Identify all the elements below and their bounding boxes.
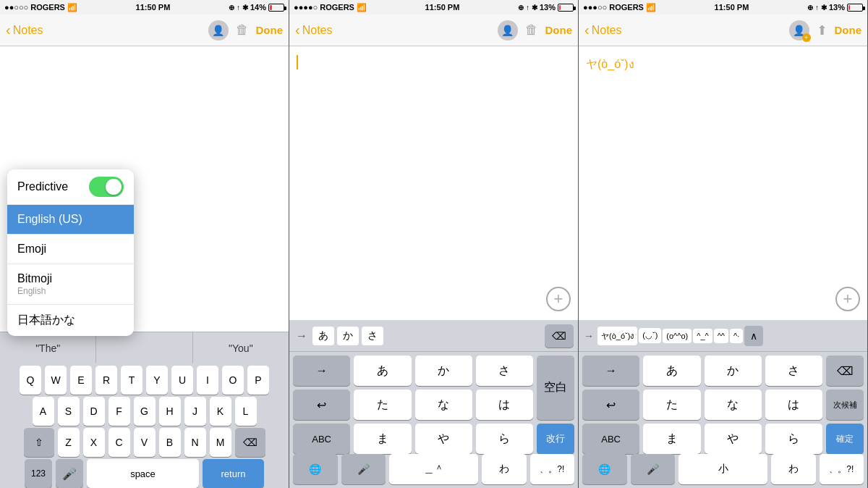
plus-button-3[interactable]: + bbox=[835, 287, 860, 311]
jp-ta-3[interactable]: た bbox=[643, 390, 700, 420]
jp-wa-2[interactable]: わ bbox=[482, 454, 527, 484]
jp-wa-3[interactable]: わ bbox=[771, 454, 816, 484]
key-i[interactable]: I bbox=[197, 366, 218, 395]
key-o[interactable]: O bbox=[222, 366, 244, 395]
jp-abc-3[interactable]: ABC bbox=[582, 424, 639, 454]
key-h[interactable]: H bbox=[159, 397, 181, 426]
jp-ta-2[interactable]: た bbox=[354, 390, 411, 420]
jp-na-3[interactable]: な bbox=[705, 390, 762, 420]
key-p[interactable]: P bbox=[247, 366, 269, 395]
pred-word-2[interactable] bbox=[96, 332, 192, 363]
avatar-icon-3[interactable]: 👤 + bbox=[789, 20, 809, 41]
done-button-1[interactable]: Done bbox=[256, 24, 284, 36]
jp-delete-pred-2[interactable]: ⌫ bbox=[545, 324, 574, 348]
jp-mic-3[interactable]: 🎤 bbox=[631, 454, 676, 484]
kaomoji-6-3[interactable]: ^· bbox=[730, 329, 743, 343]
key-t[interactable]: T bbox=[121, 366, 142, 395]
note-area-2[interactable]: + bbox=[289, 46, 578, 320]
jp-globe-2[interactable]: 🌐 bbox=[293, 454, 338, 484]
key-w[interactable]: W bbox=[45, 366, 67, 395]
jp-return-2[interactable]: ↩ bbox=[293, 390, 350, 420]
plus-button-2[interactable]: + bbox=[546, 287, 571, 311]
jp-ka-2[interactable]: か bbox=[415, 356, 472, 386]
back-button-1[interactable]: ‹ Notes bbox=[6, 22, 43, 38]
kaomoji-1-3[interactable]: ヤ(ò_óˇ)ง bbox=[597, 327, 637, 345]
jp-underscore-2[interactable]: ＿＾ bbox=[389, 454, 478, 484]
key-l[interactable]: L bbox=[235, 397, 257, 426]
share-icon-3[interactable]: ⬆ bbox=[817, 22, 827, 38]
language-japanese[interactable]: 日本語かな bbox=[7, 305, 134, 336]
key-a[interactable]: A bbox=[33, 397, 54, 426]
key-j[interactable]: J bbox=[184, 397, 206, 426]
jp-ka-3[interactable]: か bbox=[705, 356, 762, 386]
key-shift[interactable]: ⇧ bbox=[24, 428, 54, 457]
kaomoji-arrow-3[interactable]: → bbox=[584, 330, 594, 342]
jp-enter-2[interactable]: 改行 bbox=[537, 424, 574, 454]
jp-ha-3[interactable]: は bbox=[765, 390, 822, 420]
key-d[interactable]: D bbox=[83, 397, 105, 426]
jp-ma-2[interactable]: ま bbox=[354, 424, 411, 454]
key-123[interactable]: 123 bbox=[25, 459, 52, 488]
jp-sa-2[interactable]: さ bbox=[476, 356, 533, 386]
language-emoji[interactable]: Emoji bbox=[7, 235, 134, 264]
jp-ra-2[interactable]: ら bbox=[476, 424, 533, 454]
jp-punct-2[interactable]: 、。?! bbox=[530, 454, 575, 484]
key-z[interactable]: Z bbox=[58, 428, 80, 457]
language-bitmoji[interactable]: Bitmoji English bbox=[7, 264, 134, 305]
predictive-toggle[interactable] bbox=[89, 177, 124, 197]
trash-icon-2[interactable]: 🗑 bbox=[525, 22, 538, 38]
jp-next-3[interactable]: 次候補 bbox=[826, 390, 864, 420]
jp-mic-2[interactable]: 🎤 bbox=[341, 454, 386, 484]
key-r[interactable]: R bbox=[95, 366, 117, 395]
jp-ya-2[interactable]: や bbox=[415, 424, 472, 454]
key-f[interactable]: F bbox=[109, 397, 130, 426]
done-button-2[interactable]: Done bbox=[545, 24, 573, 36]
key-delete[interactable]: ⌫ bbox=[235, 428, 265, 457]
jp-confirm-3[interactable]: 確定 bbox=[826, 424, 864, 454]
key-return[interactable]: return bbox=[203, 459, 264, 488]
key-mic[interactable]: 🎤 bbox=[56, 459, 83, 488]
jp-pred-1-2[interactable]: あ bbox=[312, 327, 334, 345]
avatar-icon-1[interactable]: 👤 bbox=[208, 20, 229, 41]
key-y[interactable]: Y bbox=[146, 366, 168, 395]
jp-pred-2-2[interactable]: か bbox=[337, 327, 359, 345]
jp-ya-3[interactable]: や bbox=[705, 424, 762, 454]
key-c[interactable]: C bbox=[109, 428, 130, 457]
kaomoji-2-3[interactable]: (◡ˇ) bbox=[639, 328, 661, 343]
key-s[interactable]: S bbox=[58, 397, 80, 426]
jp-pred-3-2[interactable]: さ bbox=[362, 327, 383, 345]
jp-delete-3[interactable]: ⌫ bbox=[826, 356, 864, 386]
jp-globe-3[interactable]: 🌐 bbox=[582, 454, 627, 484]
key-space[interactable]: space bbox=[87, 459, 199, 488]
jp-ra-3[interactable]: ら bbox=[765, 424, 822, 454]
kaomoji-4-3[interactable]: ^_^ bbox=[693, 329, 712, 343]
jp-sa-3[interactable]: さ bbox=[765, 356, 822, 386]
language-english[interactable]: English (US) bbox=[7, 205, 134, 235]
predictive-toggle-row[interactable]: Predictive bbox=[7, 169, 134, 205]
pred-word-1[interactable]: "The" bbox=[0, 332, 96, 363]
key-g[interactable]: G bbox=[134, 397, 156, 426]
back-button-2[interactable]: ‹ Notes bbox=[295, 22, 332, 38]
trash-icon-1[interactable]: 🗑 bbox=[236, 22, 249, 38]
key-b[interactable]: B bbox=[159, 428, 181, 457]
jp-arrow-left-2[interactable]: → bbox=[296, 329, 307, 342]
jp-a-3[interactable]: あ bbox=[643, 356, 700, 386]
jp-na-2[interactable]: な bbox=[415, 390, 472, 420]
jp-arrow-key-2[interactable]: → bbox=[293, 356, 350, 386]
pred-word-3[interactable]: "You" bbox=[193, 332, 289, 363]
kaomoji-expand-3[interactable]: ∧ bbox=[744, 326, 763, 346]
jp-arrow-key-3[interactable]: → bbox=[582, 356, 639, 386]
avatar-icon-2[interactable]: 👤 bbox=[498, 20, 518, 41]
jp-ha-2[interactable]: は bbox=[476, 390, 533, 420]
key-e[interactable]: E bbox=[70, 366, 92, 395]
key-x[interactable]: X bbox=[83, 428, 105, 457]
key-m[interactable]: M bbox=[210, 428, 231, 457]
key-k[interactable]: K bbox=[210, 397, 231, 426]
key-u[interactable]: U bbox=[171, 366, 193, 395]
kaomoji-3-3[interactable]: (o^^o) bbox=[663, 329, 692, 343]
key-q[interactable]: Q bbox=[20, 366, 41, 395]
done-button-3[interactable]: Done bbox=[835, 24, 862, 36]
jp-a-2[interactable]: あ bbox=[354, 356, 411, 386]
jp-return-3[interactable]: ↩ bbox=[582, 390, 639, 420]
jp-space-2[interactable]: 空白 bbox=[537, 356, 574, 420]
